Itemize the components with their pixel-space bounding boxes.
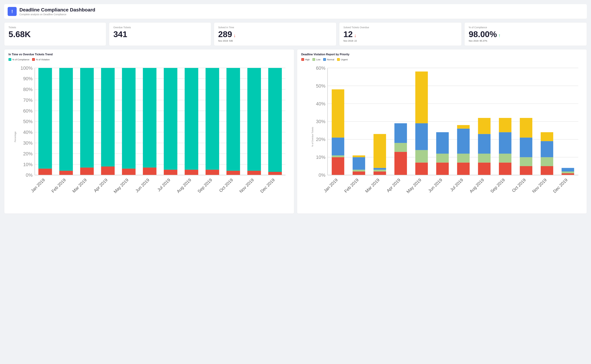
kpi-arrow-3: ↓ <box>353 33 357 38</box>
svg-rect-28 <box>80 68 94 168</box>
svg-rect-37 <box>143 68 156 168</box>
svg-text:Dec 2019: Dec 2019 <box>552 178 568 194</box>
svg-text:Aug 2019: Aug 2019 <box>176 178 192 194</box>
chart2-svg: 0%10%20%30%40%50%60%Jan 2019Feb 2019Mar … <box>308 64 583 209</box>
svg-text:20%: 20% <box>316 137 325 142</box>
svg-text:Jun 2019: Jun 2019 <box>427 178 443 193</box>
svg-rect-102 <box>457 162 470 175</box>
svg-rect-125 <box>540 132 553 141</box>
svg-text:Aug 2019: Aug 2019 <box>468 178 485 194</box>
legend-item: ✓Normal <box>323 58 334 61</box>
svg-text:Sep 2019: Sep 2019 <box>489 178 506 194</box>
legend-item: ✓% of Compliance <box>8 58 29 61</box>
chart1-svg: 0%10%20%30%40%50%60%70%80%90%100%Jan 201… <box>15 64 290 209</box>
kpi-sub-4: Nov 2019: 95.37% <box>469 39 583 42</box>
svg-rect-47 <box>206 170 219 175</box>
kpi-card-4: % of Compliance98.00% ↑Nov 2019: 95.37% <box>464 22 587 46</box>
svg-text:50%: 50% <box>23 119 32 124</box>
svg-rect-91 <box>394 123 407 143</box>
svg-rect-55 <box>268 68 282 172</box>
header: ! Deadline Compliance Dashboard Complete… <box>4 4 587 19</box>
svg-rect-52 <box>247 68 261 171</box>
svg-rect-75 <box>332 155 344 157</box>
kpi-arrow-2: ↓ <box>232 33 236 38</box>
svg-text:20%: 20% <box>23 151 32 156</box>
legend-item: ✓% of Violation <box>32 58 50 61</box>
svg-rect-43 <box>185 68 198 170</box>
svg-rect-76 <box>332 137 344 155</box>
svg-rect-77 <box>332 89 344 137</box>
svg-text:Oct 2019: Oct 2019 <box>511 178 527 193</box>
header-text: Deadline Compliance Dashboard Complete a… <box>19 7 95 16</box>
svg-text:10%: 10% <box>316 155 325 160</box>
svg-rect-81 <box>352 157 365 170</box>
chart2-title: Deadline Violation Report by Priority <box>301 53 583 56</box>
svg-rect-104 <box>457 129 470 154</box>
svg-text:Mar 2019: Mar 2019 <box>71 178 88 194</box>
svg-rect-79 <box>352 171 365 175</box>
header-icon: ! <box>8 7 17 16</box>
svg-rect-74 <box>332 157 344 175</box>
svg-text:May 2019: May 2019 <box>406 178 422 194</box>
svg-text:30%: 30% <box>316 119 325 124</box>
svg-rect-90 <box>394 143 407 152</box>
svg-text:0%: 0% <box>318 172 325 178</box>
svg-rect-119 <box>520 137 532 157</box>
svg-rect-22 <box>38 68 52 169</box>
svg-rect-110 <box>478 118 490 134</box>
svg-text:Apr 2019: Apr 2019 <box>386 178 401 193</box>
kpi-card-1: Overdue Tickets341 <box>109 22 211 46</box>
svg-rect-53 <box>247 171 261 175</box>
svg-rect-108 <box>478 154 490 162</box>
svg-rect-41 <box>164 170 177 175</box>
svg-rect-105 <box>457 125 470 129</box>
legend-item: ✓High <box>301 58 310 61</box>
page-subtitle: Complete analysis on Deadline Compliance <box>19 13 95 16</box>
legend-item: ✓Low <box>312 58 320 61</box>
kpi-value-3: 12 ↓ <box>344 30 457 39</box>
chart2-card: Deadline Violation Report by Priority ✓H… <box>297 49 587 214</box>
chart2-wrap: % of Overdue Tickets 0%10%20%30%40%50%60… <box>308 64 583 210</box>
kpi-card-3: Solved Tickets Overdue12 ↓Nov 2019: 22 <box>339 22 461 46</box>
svg-rect-56 <box>268 172 282 175</box>
svg-text:60%: 60% <box>23 108 32 114</box>
svg-rect-107 <box>478 162 490 175</box>
svg-rect-87 <box>373 134 386 168</box>
dashboard: ! Deadline Compliance Dashboard Complete… <box>4 4 587 214</box>
kpi-label-3: Solved Tickets Overdue <box>344 26 457 29</box>
svg-rect-113 <box>499 154 511 162</box>
svg-rect-109 <box>478 134 490 154</box>
kpi-value-4: 98.00% ↑ <box>469 30 583 39</box>
svg-rect-40 <box>164 68 177 170</box>
svg-text:0%: 0% <box>26 172 32 178</box>
svg-rect-80 <box>352 170 365 171</box>
svg-text:Jul 2019: Jul 2019 <box>449 178 464 192</box>
svg-text:May 2019: May 2019 <box>113 178 130 194</box>
kpi-value-2: 289 ↓ <box>218 30 332 39</box>
chart1-card: In Time vs Overdue Tickets Trend ✓% of C… <box>4 49 294 214</box>
kpi-value-0: 5.68K <box>8 30 102 39</box>
svg-rect-82 <box>352 155 365 157</box>
svg-rect-122 <box>540 166 553 175</box>
svg-text:Sep 2019: Sep 2019 <box>197 178 213 194</box>
kpi-label-0: Tickets <box>8 26 102 29</box>
chart2-legend: ✓High✓Low✓Normal✓Urgent <box>301 58 583 61</box>
svg-rect-50 <box>226 171 240 175</box>
svg-rect-98 <box>436 162 448 175</box>
svg-rect-34 <box>122 68 136 169</box>
svg-text:Dec 2019: Dec 2019 <box>259 178 276 194</box>
svg-rect-49 <box>226 68 240 171</box>
legend-item: ✓Urgent <box>337 58 348 61</box>
svg-text:80%: 80% <box>23 87 32 92</box>
kpi-label-4: % of Compliance <box>469 26 583 29</box>
svg-rect-100 <box>436 132 448 154</box>
svg-rect-115 <box>499 118 511 132</box>
svg-text:Jan 2019: Jan 2019 <box>30 178 46 193</box>
kpi-value-1: 341 <box>113 30 207 39</box>
svg-text:Jun 2019: Jun 2019 <box>134 178 150 193</box>
svg-rect-114 <box>499 132 511 154</box>
svg-text:Oct 2019: Oct 2019 <box>218 178 234 193</box>
svg-text:30%: 30% <box>23 140 32 146</box>
svg-text:Feb 2019: Feb 2019 <box>343 178 359 194</box>
svg-rect-124 <box>540 141 553 157</box>
